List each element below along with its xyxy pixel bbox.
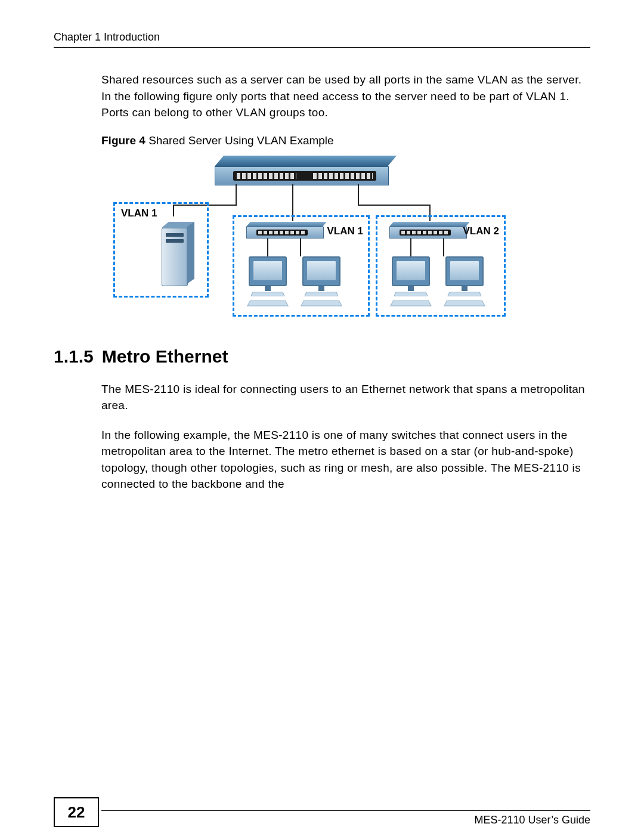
edge-switch-icon — [389, 222, 467, 239]
section-title: Metro Ethernet — [102, 346, 228, 366]
cable-icon — [443, 239, 444, 256]
section-heading: 1.1.5Metro Ethernet — [54, 346, 590, 367]
vlan-group-left: VLAN 1 — [113, 202, 209, 298]
edge-switch-icon — [246, 222, 324, 239]
footer-guide-title: MES-2110 User’s Guide — [475, 814, 590, 826]
vlan-diagram: VLAN 1 VLAN 1 — [101, 156, 519, 323]
cable-icon — [300, 239, 301, 256]
vlan-label: VLAN 2 — [463, 225, 499, 237]
cable-icon — [410, 239, 411, 256]
section-paragraph-2: In the following example, the MES-2110 i… — [101, 427, 590, 493]
page: Chapter 1 Introduction Shared resources … — [0, 0, 644, 833]
cable-icon — [267, 239, 268, 256]
cable-icon — [236, 184, 237, 205]
vlan-group-middle: VLAN 1 — [233, 215, 370, 317]
vlan-label: VLAN 1 — [121, 208, 201, 219]
computer-icon — [443, 256, 486, 307]
vlan-group-right: VLAN 2 — [376, 215, 506, 317]
figure-title: Shared Server Using VLAN Example — [145, 134, 334, 147]
chapter-header: Chapter 1 Introduction — [54, 31, 590, 48]
cable-icon — [358, 205, 429, 206]
main-switch-icon — [215, 156, 389, 185]
server-icon — [162, 228, 188, 286]
computer-icon — [300, 256, 343, 307]
cable-icon — [358, 184, 359, 205]
footer-rule — [101, 810, 590, 811]
figure-caption: Figure 4 Shared Server Using VLAN Exampl… — [101, 134, 590, 147]
section-number: 1.1.5 — [54, 346, 94, 366]
figure-number: Figure 4 — [101, 134, 145, 147]
section-paragraph-1: The MES-2110 is ideal for connecting use… — [101, 381, 590, 414]
computer-icon — [246, 256, 289, 307]
vlan-label: VLAN 1 — [327, 225, 363, 237]
intro-paragraph: Shared resources such as a server can be… — [101, 72, 590, 121]
computer-icon — [389, 256, 432, 307]
page-number: 22 — [54, 797, 99, 827]
